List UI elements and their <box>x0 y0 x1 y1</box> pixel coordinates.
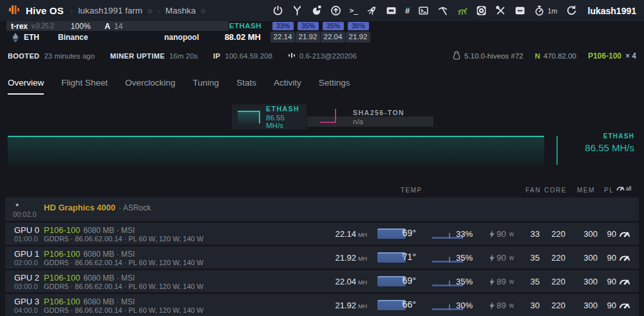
uptime-value: 16m 20s <box>169 52 198 60</box>
hash-icon[interactable]: # <box>405 6 410 15</box>
power-value: 89 <box>497 277 506 286</box>
oc-all-button[interactable]: all <box>616 183 632 192</box>
rig-icon[interactable] <box>386 5 397 16</box>
tab-bar: Overview Flight Sheet Overclocking Tunin… <box>8 78 350 95</box>
tab-tuning[interactable]: Tuning <box>193 78 219 95</box>
breadcrumb: · lukash1991 farm ◇ · Mashka ◇ <box>70 6 205 15</box>
gpu-model-link[interactable]: P106-1006080 MB · MSI <box>44 273 135 283</box>
top-bar: Hive OS · lukash1991 farm ◇ · Mashka ◇ <box>0 0 644 21</box>
gpu-model-name: P106-100 <box>44 249 80 259</box>
gpu-temp: 66° <box>402 299 416 310</box>
farm-selector[interactable]: lukash1991 farm <box>78 6 142 15</box>
gpu-bus: 04:00.0 <box>14 306 38 314</box>
gpu-hashrate: 22.14MH <box>335 229 367 239</box>
pie-lock-icon[interactable] <box>311 5 322 16</box>
gpu-id: GPU 0 <box>14 225 39 235</box>
column-header-mem: MEM <box>577 187 595 194</box>
pickaxe-icon[interactable] <box>437 5 448 16</box>
hashrate-unit: MH <box>358 232 367 238</box>
hiveos-worker-page: Hive OS · lukash1991 farm ◇ · Mashka ◇ <box>0 0 644 316</box>
temp-history-bar <box>377 276 406 286</box>
refresh-icon[interactable] <box>566 5 577 16</box>
ethash-widget-label: ETHASH <box>266 105 301 113</box>
gpu-model-name: P106-100 <box>44 225 80 235</box>
brand[interactable]: Hive OS <box>8 3 64 19</box>
gauge-icon <box>616 183 625 192</box>
eth-coin-icon <box>12 33 19 45</box>
wallet-label: Binance <box>58 33 88 42</box>
linux-penguin-icon <box>453 51 460 61</box>
sha256ton-sparkline <box>320 109 347 125</box>
igpu-row: * 00:02.0 HD Graphics 4000· ASRock <box>5 198 639 221</box>
uptime-label: MINER UPTIME <box>110 52 165 60</box>
oc-pl: 90 <box>607 253 616 263</box>
gpu-specs: 6080 MB · MSI <box>83 297 135 306</box>
hiveos-logo-icon <box>8 3 21 19</box>
timer-icon[interactable]: 1m <box>534 5 557 16</box>
miner-info-bar: t-rex v.0.25.2 100% A 14 <box>6 21 229 31</box>
column-header-pl: PL <box>604 187 614 194</box>
gpu-power: 89w <box>489 301 514 310</box>
oc-gauge-button[interactable] <box>618 252 631 265</box>
gpu-details: GDDR5 · 86.06.62.00.14 · PL 60 W, 120 W,… <box>44 283 204 290</box>
terminal-prompt-icon[interactable]: >_ <box>350 6 358 15</box>
oc-mem: 300 <box>583 301 598 310</box>
gpu-model-link[interactable]: P106-1006080 MB · MSI <box>44 297 135 306</box>
gpu-id: GPU 3 <box>14 297 39 306</box>
booted-label: BOOTED <box>8 52 39 60</box>
igpu-name: HD Graphics 4000· ASRock <box>44 203 151 212</box>
breadcrumb-dot: · <box>157 6 160 15</box>
oc-gauge-button[interactable] <box>618 299 631 312</box>
column-header-core: CORE <box>544 187 567 194</box>
upgrade-icon[interactable] <box>330 5 341 16</box>
worker-caret-icon[interactable]: ◇ <box>201 8 205 14</box>
algo-widget-ethash[interactable]: ETHASH 86.55 MH/s <box>232 104 307 129</box>
gpu-row: GPU 1 02:00.0 P106-1006080 MB · MSI GDDR… <box>5 246 639 268</box>
oc-mem: 300 <box>583 253 598 263</box>
gpu-model-link[interactable]: P106-1006080 MB · MSI <box>44 249 135 259</box>
gpu-model-summary[interactable]: P106-100 <box>588 51 621 60</box>
minus-box-icon[interactable] <box>515 5 526 16</box>
breadcrumb-dot: · <box>70 6 73 15</box>
gpu-model-link[interactable]: P106-1006080 MB · MSI <box>44 225 135 235</box>
user-menu[interactable]: lukash1991 <box>588 6 637 16</box>
gpu-id: GPU 2 <box>14 273 39 283</box>
tab-activity[interactable]: Activity <box>274 78 301 95</box>
oc-gauge-button[interactable] <box>618 275 631 288</box>
flight-sheet-bar: ETH Binance nanopool 88.02 MH <box>6 31 264 44</box>
pool-label: nanopool <box>164 33 199 42</box>
gpu-hashrate-chip: 22.04 <box>321 32 345 42</box>
agent-version: 0.6-213@220206 <box>299 52 357 60</box>
farm-caret-icon[interactable]: ◇ <box>147 8 152 14</box>
gpu-details: GDDR5 · 86.06.62.00.14 · PL 60 W, 120 W,… <box>44 235 204 243</box>
tab-flight-sheet[interactable]: Flight Sheet <box>61 78 108 95</box>
tab-settings[interactable]: Settings <box>319 78 350 95</box>
oc-gauge-button[interactable] <box>618 228 631 241</box>
gpu-hashrate-chip: 21.92 <box>296 32 320 42</box>
chart-hashrate-value: 86.55 MH/s <box>585 142 634 153</box>
gpu-fan-speed: 30% <box>456 301 473 310</box>
power-value: 90 <box>497 229 506 239</box>
tools-icon[interactable] <box>495 5 506 16</box>
tab-overclocking[interactable]: Overclocking <box>125 78 175 95</box>
fan-icon[interactable] <box>476 5 487 16</box>
tab-stats[interactable]: Stats <box>236 78 256 95</box>
fork-icon[interactable] <box>292 5 303 16</box>
ethash-sparkline <box>238 111 260 124</box>
gpu-fan-badge: 35% <box>323 22 344 30</box>
grasshopper-icon[interactable] <box>457 5 468 16</box>
worker-selector[interactable]: Mashka <box>166 6 196 15</box>
gpu-model-name: P106-100 <box>44 297 80 306</box>
bolt-icon <box>489 302 495 310</box>
power-icon[interactable] <box>272 5 283 16</box>
gpu-details: GDDR5 · 86.06.62.00.14 · PL 60 W, 120 W,… <box>44 306 204 314</box>
status-bar: BOOTED 23 minutes ago MINER UPTIME 16m 2… <box>8 51 636 61</box>
gpu-bus: 01:00.0 <box>14 235 38 243</box>
shell-icon[interactable] <box>418 5 429 16</box>
miner-version: v.0.25.2 <box>32 23 54 30</box>
rocket-icon[interactable] <box>366 5 377 16</box>
hashrate-chart[interactable] <box>8 136 544 166</box>
algo-widget-sha256ton[interactable]: SHA256-TON n/a <box>320 104 439 129</box>
agent-version-group: 0.6-213@220206 <box>288 51 357 60</box>
tab-overview[interactable]: Overview <box>8 78 44 95</box>
